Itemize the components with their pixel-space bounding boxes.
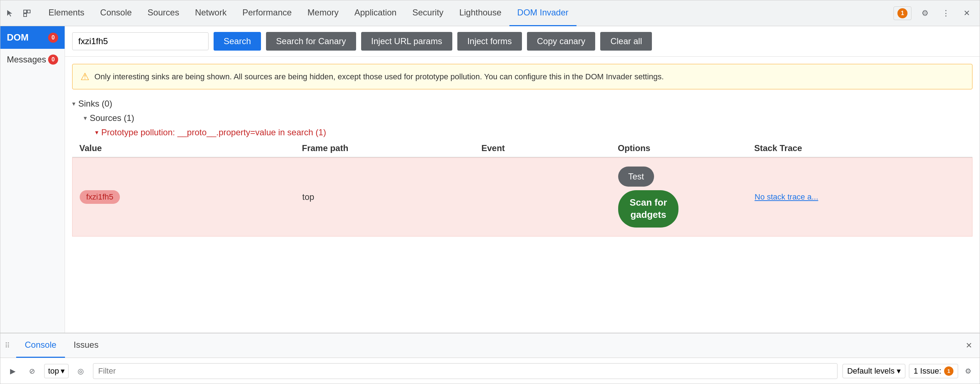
clear-all-button[interactable]: Clear all — [600, 32, 652, 51]
sources-label: Sources (1) — [90, 113, 134, 123]
layers-icon[interactable] — [21, 7, 33, 20]
svg-rect-1 — [27, 10, 30, 13]
tab-network[interactable]: Network — [187, 0, 234, 26]
tab-console[interactable]: Console — [92, 0, 140, 26]
tree-section: ▾ Sinks (0) ▾ Sources (1) ▾ Prototype po… — [65, 89, 980, 140]
tab-console-bottom[interactable]: Console — [16, 333, 65, 358]
settings-icon[interactable]: ⚙ — [918, 6, 932, 21]
default-levels-selector[interactable]: Default levels ▾ — [843, 364, 905, 378]
drag-handle-icon[interactable]: ⠿ — [5, 341, 12, 350]
cursor-icon[interactable] — [3, 7, 16, 20]
copy-canary-button[interactable]: Copy canary — [527, 32, 595, 51]
prototype-label: Prototype pollution: __proto__.property=… — [101, 127, 326, 138]
svg-rect-2 — [24, 14, 27, 16]
inject-url-button[interactable]: Inject URL params — [361, 32, 452, 51]
row-value-cell: fxzi1fh5 — [80, 190, 302, 204]
tab-issues-bottom[interactable]: Issues — [65, 333, 107, 358]
bottom-toolbar: ▶ ⊘ top ▾ ◎ Default levels ▾ 1 Issue: 1 … — [0, 358, 980, 384]
tab-elements[interactable]: Elements — [41, 0, 92, 26]
svg-rect-0 — [24, 10, 27, 13]
execute-script-icon[interactable]: ▶ — [5, 364, 20, 378]
row-stack-trace-cell[interactable]: No stack trace a... — [754, 192, 965, 202]
search-input[interactable] — [72, 32, 208, 50]
col-stack-trace: Stack Trace — [754, 143, 965, 153]
test-button[interactable]: Test — [618, 167, 654, 187]
sidebar-messages-label: Messages — [7, 54, 46, 65]
col-value: Value — [80, 143, 302, 153]
tab-bar: Elements Console Sources Network Perform… — [0, 0, 980, 26]
bottom-tab-bar: ⠿ Console Issues ✕ — [0, 333, 980, 358]
sidebar: DOM 0 Messages 0 — [0, 26, 65, 333]
sinks-label: Sinks (0) — [78, 99, 112, 109]
warning-icon: ⚠ — [80, 71, 89, 83]
dom-badge: 0 — [48, 33, 58, 43]
prototype-tree-item[interactable]: ▾ Prototype pollution: __proto__.propert… — [95, 125, 972, 140]
search-canary-button[interactable]: Search for Canary — [266, 32, 356, 51]
tab-performance[interactable]: Performance — [234, 0, 299, 26]
tab-security[interactable]: Security — [404, 0, 452, 26]
sources-tree-item[interactable]: ▾ Sources (1) — [84, 111, 972, 125]
badge-count: 1 — [897, 8, 907, 18]
results-table: Value Frame path Event Options Stack Tra… — [72, 140, 972, 333]
filter-input[interactable] — [93, 363, 837, 379]
messages-badge: 0 — [48, 54, 58, 65]
col-options: Options — [618, 143, 754, 153]
issue-label: 1 Issue: — [913, 367, 941, 376]
issue-count-badge[interactable]: 1 Issue: 1 — [909, 364, 958, 378]
context-chevron-icon: ▾ — [60, 367, 65, 376]
close-devtools-icon[interactable]: ✕ — [959, 6, 974, 21]
sinks-chevron-icon: ▾ — [72, 100, 75, 108]
table-row: fxzi1fh5 top Test Scan forgadgets No sta… — [72, 157, 972, 236]
tab-lighthouse[interactable]: Lighthouse — [451, 0, 509, 26]
row-frame-path-cell: top — [302, 192, 482, 202]
value-badge: fxzi1fh5 — [80, 190, 120, 204]
inject-forms-button[interactable]: Inject forms — [457, 32, 522, 51]
search-button[interactable]: Search — [213, 32, 261, 51]
sources-chevron-icon: ▾ — [84, 114, 87, 122]
eye-icon[interactable]: ◎ — [73, 364, 88, 378]
tab-dom-invader[interactable]: DOM Invader — [509, 0, 576, 26]
bottom-panel: ⠿ Console Issues ✕ ▶ ⊘ top ▾ ◎ Default l… — [0, 333, 980, 384]
warning-text: Only interesting sinks are being shown. … — [94, 72, 664, 81]
toolbar: Search Search for Canary Inject URL para… — [65, 26, 980, 57]
clear-console-icon[interactable]: ⊘ — [25, 364, 39, 378]
tab-sources[interactable]: Sources — [140, 0, 187, 26]
sinks-tree-item[interactable]: ▾ Sinks (0) — [72, 97, 972, 111]
levels-chevron-icon: ▾ — [897, 367, 900, 376]
warning-banner: ⚠ Only interesting sinks are being shown… — [72, 64, 972, 89]
more-options-icon[interactable]: ⋮ — [939, 6, 953, 21]
context-value: top — [48, 367, 59, 376]
tab-application[interactable]: Application — [347, 0, 404, 26]
sidebar-messages-item[interactable]: Messages 0 — [0, 49, 65, 70]
close-bottom-panel-icon[interactable]: ✕ — [963, 339, 975, 352]
scan-gadgets-button[interactable]: Scan forgadgets — [618, 190, 678, 227]
col-frame-path: Frame path — [302, 143, 481, 153]
issues-badge-button[interactable]: 1 — [894, 6, 912, 20]
default-levels-label: Default levels — [847, 367, 894, 376]
tab-memory[interactable]: Memory — [300, 0, 347, 26]
console-settings-icon[interactable]: ⚙ — [962, 365, 975, 378]
issue-badge-count: 1 — [944, 367, 953, 376]
context-selector[interactable]: top ▾ — [44, 364, 68, 378]
table-header: Value Frame path Event Options Stack Tra… — [72, 140, 972, 157]
content-panel: Search Search for Canary Inject URL para… — [65, 26, 980, 333]
row-options-cell: Test Scan forgadgets — [618, 167, 754, 227]
prototype-chevron-icon: ▾ — [95, 129, 99, 136]
col-event: Event — [481, 143, 618, 153]
sidebar-dom-label: DOM — [7, 32, 29, 43]
sidebar-dom-item[interactable]: DOM 0 — [0, 26, 65, 49]
